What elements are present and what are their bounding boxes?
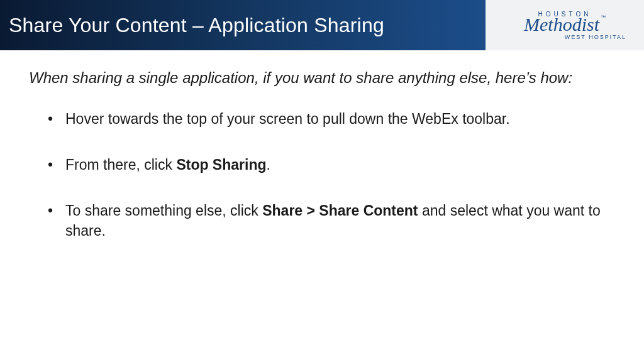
- body-text: .: [267, 156, 270, 173]
- bullet-item: Hover towards the top of your screen to …: [48, 109, 615, 129]
- logo-main-text: Methodist™: [524, 15, 606, 34]
- bold-text: Share > Share Content: [262, 202, 418, 219]
- logo-sub-text: WEST HOSPITAL: [565, 34, 626, 40]
- slide: Share Your Content – Application Sharing…: [0, 0, 644, 362]
- bullet-item: From there, click Stop Sharing.: [48, 155, 615, 175]
- intro-text: When sharing a single application, if yo…: [29, 68, 615, 88]
- body-text: From there, click: [65, 156, 176, 173]
- logo: HOUSTON Methodist™ WEST HOSPITAL: [486, 0, 644, 50]
- body-text: Hover towards the top of your screen to …: [65, 111, 510, 127]
- title-bar: Share Your Content – Application Sharing: [0, 0, 486, 50]
- bullet-list: Hover towards the top of your screen to …: [29, 109, 615, 240]
- slide-header: Share Your Content – Application Sharing…: [0, 0, 644, 50]
- slide-title: Share Your Content – Application Sharing: [9, 14, 384, 37]
- slide-body: When sharing a single application, if yo…: [0, 50, 644, 241]
- body-text: To share something else, click: [65, 202, 262, 219]
- bold-text: Stop Sharing: [176, 156, 266, 173]
- logo-wordmark: Methodist: [524, 14, 599, 35]
- bullet-item: To share something else, click Share > S…: [48, 201, 615, 240]
- trademark-icon: ™: [601, 14, 606, 20]
